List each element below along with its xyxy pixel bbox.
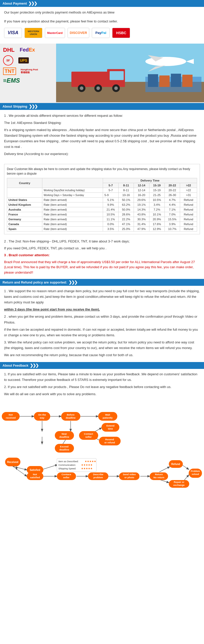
paypal-logo: PayPal	[92, 28, 110, 38]
table-row: AustraliaRate (item arrived) 21.4%50.0%1…	[7, 207, 197, 212]
svg-text:Resend: Resend	[105, 438, 114, 441]
svg-text:deadline: deadline	[59, 448, 69, 451]
svg-rect-18	[171, 74, 181, 87]
table-row: United StatesRate (item arrived) 5.1%50.…	[7, 198, 197, 202]
shipping-p1: 1 . We provide all kinds different shipm…	[4, 113, 200, 119]
table-row: FranceRate (item arrived) 10.5%28.6%43.8…	[7, 212, 197, 217]
sf-logo: SF	[3, 55, 13, 66]
payment-content: Our buyer protection only protects payme…	[0, 7, 204, 44]
svg-rect-4	[110, 71, 124, 80]
payment-text2: If you have any question about the payme…	[4, 19, 200, 24]
chevron-icons: ❯❯❯	[28, 1, 37, 6]
svg-text:Received: Received	[7, 461, 18, 463]
payment-section: About Payment ❯❯❯ Our buyer protection o…	[0, 0, 204, 44]
svg-text:Near: Near	[61, 432, 67, 435]
shipping-p3: It's a shipping system maked by aliexpre…	[4, 127, 200, 150]
shipping-image-svg	[56, 44, 204, 102]
feedback-section: About Feedback ❯❯❯ 1. If you are satisfi…	[0, 362, 204, 401]
shipping-p4: Delivery time (According to our experien…	[4, 151, 200, 157]
sf-ups-row: SF UPS	[3, 55, 53, 66]
shipping-p2: The 1st: AliExpress Standard Shipping:	[4, 120, 200, 126]
col-h1: 5-7	[103, 183, 118, 188]
feedback-p1: 1. If you are satisfied with our items, …	[4, 371, 200, 383]
delivery-table: Country Delivery Time 5-7 8-11 12-14 15-…	[7, 178, 197, 231]
svg-text:No return: No return	[154, 476, 164, 479]
svg-text:★★★★★: ★★★★★	[85, 460, 96, 463]
feedback-title: About Feedback	[3, 364, 28, 367]
delivery-table-wrap: Dear Customer.We always be here to conce…	[4, 164, 200, 234]
feedback-content: 1. If you are satisfied with our items, …	[0, 369, 204, 401]
col-h3: 12-14	[134, 183, 149, 188]
svg-text:Problem: Problem	[191, 470, 200, 472]
svg-text:Refund: Refund	[171, 463, 180, 466]
shipping-logos-image-row: DHL FedEx SF UPS TNT HongKong Post香港邮政 ≡…	[0, 44, 204, 103]
svg-text:On the: On the	[38, 413, 46, 416]
svg-text:Satisfied: Satisfied	[30, 469, 40, 471]
return-content: 1 . We support the no reason return and …	[0, 286, 204, 362]
svg-text:Exceed: Exceed	[60, 445, 68, 448]
svg-text:deadline: deadline	[59, 435, 69, 438]
col-h4: 15-19	[149, 183, 164, 188]
svg-rect-16	[148, 74, 158, 87]
shipping-image	[56, 44, 204, 103]
shipping-section: About Shipping ❯❯❯ 1 . We provide all ki…	[0, 103, 204, 279]
svg-text:Before: Before	[67, 413, 74, 416]
return-p1: 1 . We support the no reason return and …	[4, 288, 200, 305]
chevron-icons-4: ❯❯❯	[30, 363, 38, 368]
svg-text:Item as Described:: Item as Described:	[58, 460, 79, 463]
svg-text:deadline: deadline	[66, 416, 76, 419]
dhl-fedex-row: DHL FedEx	[3, 47, 53, 53]
svg-text:Contact: Contact	[84, 432, 93, 435]
svg-text:Return: Return	[155, 473, 163, 476]
table-row: SpainRate (item arrived) 3.5%25.0%47.9%1…	[7, 227, 197, 231]
ems-logo: ≡EMS	[3, 77, 20, 84]
table-row: CanadaRate (item arrived) 0.0%47.1%31.4%…	[7, 222, 197, 227]
feedback-header: About Feedback ❯❯❯	[0, 362, 204, 369]
brazil-title: 3 . Brazil customer attention:	[4, 253, 200, 258]
svg-line-101	[13, 466, 27, 476]
svg-text:way: way	[40, 416, 45, 419]
hsbc-logo: HSBC	[112, 28, 130, 38]
payment-text1: Our buyer protection only protects payme…	[4, 10, 200, 15]
shipping-logos-left: DHL FedEx SF UPS TNT HongKong Post香港邮政 ≡…	[0, 44, 56, 103]
svg-text:Wait: Wait	[105, 413, 110, 416]
shipping-title: About Shipping	[3, 105, 27, 108]
chevron-icons-2: ❯❯❯	[29, 104, 37, 109]
western-union-logo: WESTERNUNION	[24, 28, 42, 38]
return-title: Return and Refund policy are supported:	[3, 280, 67, 284]
shipping-p6: If you need DHL,UPS, FEDEX, TNT, pls con…	[4, 246, 200, 251]
payment-logos: VISA WESTERNUNION MasterCard DISCOVER Pa…	[4, 28, 200, 38]
svg-text:Extend: Extend	[106, 424, 114, 427]
svg-rect-2	[71, 72, 112, 87]
return-section: Return and Refund policy are supported: …	[0, 279, 204, 362]
svg-line-31	[43, 465, 57, 469]
shipping-header: About Shipping ❯❯❯	[0, 103, 204, 110]
delivery-note: Dear Customer.We always be here to conce…	[7, 167, 197, 176]
mastercard-logo: MasterCard	[45, 28, 65, 38]
svg-text:time: time	[108, 427, 113, 430]
return-p6: We are not recommending the return polic…	[4, 352, 200, 358]
svg-text:Describe: Describe	[93, 473, 103, 476]
flowchart-section: Not received On the way Before deadline …	[0, 401, 204, 499]
svg-text:solved: solved	[192, 473, 199, 475]
col-country: Country	[7, 178, 42, 188]
svg-line-100	[13, 466, 27, 470]
feedback-p2: 2. If you are not satisfied with our pro…	[4, 384, 200, 390]
subrow-workday: Working Days(Not including holiday)	[42, 188, 103, 193]
svg-point-11	[145, 57, 186, 66]
svg-text:Send video: Send video	[123, 473, 136, 476]
svg-point-10	[114, 86, 118, 90]
return-p4: if the item can be accepted and repaired…	[4, 327, 200, 338]
return-p3: 2 . when you get the wrong and problem i…	[4, 314, 200, 325]
svg-text:Repair or: Repair or	[174, 481, 184, 483]
return-p5: 3. When the refund policy can not solve …	[4, 340, 200, 351]
col-h6: >22	[180, 183, 197, 188]
svg-text:exchange: exchange	[173, 484, 185, 486]
flowchart-svg: Not received On the way Before deadline …	[1, 404, 203, 490]
tnt-hkpost-row: TNT HongKong Post香港邮政	[3, 68, 53, 75]
discover-logo: DISCOVER	[68, 28, 90, 38]
payment-header: About Payment ❯❯❯	[0, 0, 204, 7]
return-header: Return and Refund policy are supported: …	[0, 279, 204, 286]
visa-logo: VISA	[4, 28, 22, 38]
svg-point-8	[96, 86, 100, 90]
